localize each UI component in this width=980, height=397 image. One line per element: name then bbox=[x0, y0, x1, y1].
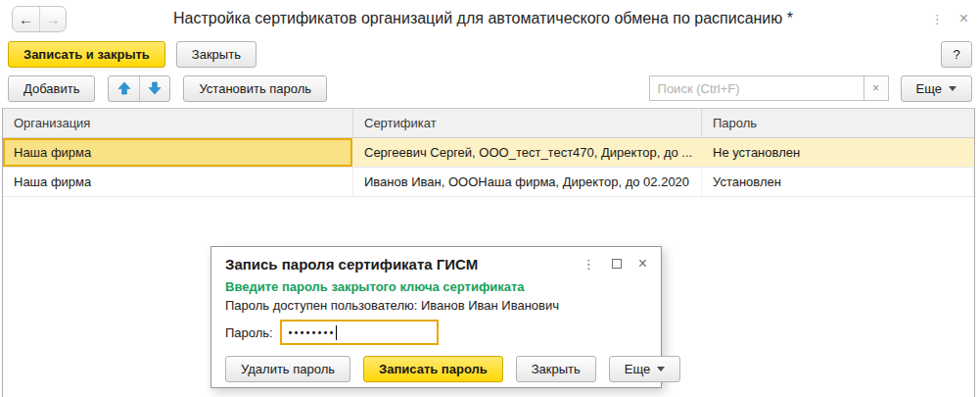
column-header-certificate[interactable]: Сертификат bbox=[353, 109, 702, 137]
maximize-icon[interactable] bbox=[612, 259, 622, 269]
close-button[interactable]: Закрыть bbox=[176, 41, 257, 68]
page-title: Настройка сертификатов организаций для а… bbox=[67, 10, 900, 27]
more-button-label: Еще bbox=[916, 81, 942, 96]
cell-certificate[interactable]: Сергеевич Сергей, ООО_тест_тест470, Дире… bbox=[353, 138, 702, 167]
move-up-button[interactable] bbox=[109, 76, 139, 101]
arrow-down-icon bbox=[148, 81, 162, 95]
save-and-close-button[interactable]: Записать и закрыть bbox=[8, 41, 165, 68]
dialog-buttons: Удалить пароль Записать пароль Закрыть Е… bbox=[211, 349, 661, 389]
list-toolbar: Добавить Установить пароль × Еще bbox=[0, 71, 980, 106]
cell-organization[interactable]: Наша фирма bbox=[3, 168, 353, 196]
move-updown-group bbox=[108, 75, 170, 102]
search-input[interactable] bbox=[649, 75, 864, 101]
column-header-organization[interactable]: Организация bbox=[3, 109, 353, 137]
dialog-menu-icon[interactable]: ⋮ bbox=[583, 258, 595, 271]
move-down-button[interactable] bbox=[139, 76, 169, 101]
cell-certificate[interactable]: Иванов Иван, ОООНаша фирма, Директор, до… bbox=[353, 168, 702, 196]
forward-button[interactable]: → bbox=[39, 7, 66, 31]
text-caret bbox=[336, 325, 337, 340]
dialog-close-icon[interactable]: × bbox=[638, 255, 647, 273]
window-titlebar: ← → Настройка сертификатов организаций д… bbox=[0, 0, 980, 37]
command-bar: Записать и закрыть Закрыть ? bbox=[0, 37, 980, 71]
back-button[interactable]: ← bbox=[13, 7, 39, 31]
set-password-button[interactable]: Установить пароль bbox=[183, 75, 327, 102]
dialog-titlebar: Запись пароля сертификата ГИСМ ⋮ × bbox=[211, 247, 661, 274]
dialog-user-info: Пароль доступен пользователю: Иванов Ива… bbox=[211, 295, 661, 316]
help-button[interactable]: ? bbox=[941, 41, 972, 68]
toolbar-more-button[interactable]: Еще bbox=[901, 75, 972, 102]
password-dialog: Запись пароля сертификата ГИСМ ⋮ × Введи… bbox=[210, 246, 662, 388]
column-header-password[interactable]: Пароль bbox=[702, 109, 974, 137]
cell-password-status[interactable]: Установлен bbox=[702, 168, 974, 196]
password-masked-value: •••••••• bbox=[289, 327, 336, 338]
cell-password-status[interactable]: Не установлен bbox=[702, 138, 974, 167]
arrow-up-icon bbox=[117, 81, 131, 95]
nav-history-group: ← → bbox=[12, 6, 67, 32]
window-menu-icon[interactable]: ⋮ bbox=[931, 13, 944, 25]
more-button-label: Еще bbox=[625, 362, 650, 376]
table-header-row: Организация Сертификат Пароль bbox=[3, 109, 974, 138]
table-row[interactable]: Наша фирма Иванов Иван, ОООНаша фирма, Д… bbox=[3, 168, 974, 197]
delete-password-button[interactable]: Удалить пароль bbox=[225, 356, 350, 382]
password-field[interactable]: •••••••• bbox=[280, 320, 439, 345]
window-close-icon[interactable]: × bbox=[959, 10, 968, 27]
window-controls: ⋮ × bbox=[900, 10, 968, 27]
chevron-down-icon bbox=[949, 86, 957, 91]
dialog-controls: ⋮ × bbox=[583, 255, 647, 273]
search-area: × Еще bbox=[649, 75, 972, 102]
table-row[interactable]: Наша фирма Сергеевич Сергей, ООО_тест_те… bbox=[3, 138, 974, 168]
password-label: Пароль: bbox=[225, 325, 273, 340]
dialog-title: Запись пароля сертификата ГИСМ bbox=[225, 256, 583, 273]
chevron-down-icon bbox=[657, 367, 665, 372]
search-clear-icon[interactable]: × bbox=[864, 75, 889, 101]
add-button[interactable]: Добавить bbox=[8, 75, 95, 102]
dialog-close-button[interactable]: Закрыть bbox=[516, 356, 596, 382]
password-row: Пароль: •••••••• bbox=[211, 316, 661, 349]
cell-organization[interactable]: Наша фирма bbox=[3, 138, 353, 167]
save-password-button[interactable]: Записать пароль bbox=[363, 356, 503, 382]
dialog-hint-text: Введите пароль закрытого ключа сертифика… bbox=[211, 274, 661, 295]
dialog-more-button[interactable]: Еще bbox=[609, 356, 680, 382]
